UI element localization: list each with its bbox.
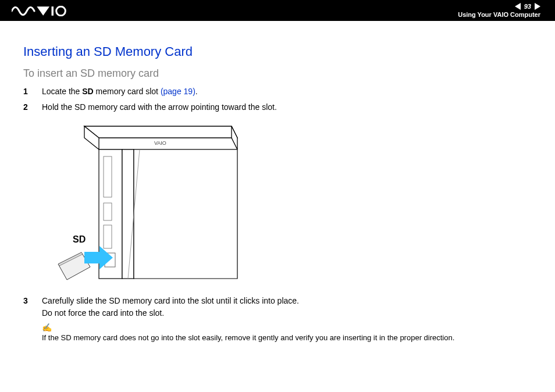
page-subtitle: To insert an SD memory card bbox=[23, 67, 532, 80]
page-number: 93 bbox=[523, 3, 532, 10]
section-title: Using Your VAIO Computer bbox=[458, 11, 540, 18]
vaio-logo bbox=[12, 5, 67, 16]
svg-rect-1 bbox=[52, 6, 54, 16]
step-number: 2 bbox=[23, 101, 31, 113]
svg-rect-11 bbox=[104, 156, 112, 197]
svg-point-2 bbox=[56, 6, 66, 16]
page-title: Inserting an SD Memory Card bbox=[23, 44, 532, 59]
step-text: Locate the SD memory card slot (page 19)… bbox=[42, 85, 198, 98]
page-nav: 93 bbox=[458, 3, 540, 10]
prev-page-arrow-icon[interactable] bbox=[515, 3, 521, 10]
svg-rect-17 bbox=[84, 252, 99, 263]
sd-card-illustration: VAIO SD bbox=[52, 122, 239, 284]
steps-list: 1 Locate the SD memory card slot (page 1… bbox=[23, 85, 532, 113]
page-ref-link[interactable]: (page 19) bbox=[161, 87, 195, 96]
page-content: Inserting an SD Memory Card To insert an… bbox=[0, 21, 555, 354]
svg-rect-12 bbox=[104, 203, 112, 220]
step-text: Hold the SD memory card with the arrow p… bbox=[42, 101, 277, 113]
svg-rect-13 bbox=[104, 225, 112, 248]
figure-sd-insert: VAIO SD bbox=[52, 122, 532, 284]
step-number: 3 bbox=[23, 295, 31, 319]
step-2: 2 Hold the SD memory card with the arrow… bbox=[23, 101, 532, 113]
note-icon: ✍ bbox=[42, 323, 532, 332]
next-page-arrow-icon[interactable] bbox=[535, 3, 540, 10]
note-text: If the SD memory card does not go into t… bbox=[42, 333, 532, 342]
svg-marker-3 bbox=[84, 126, 237, 138]
header-right: 93 Using Your VAIO Computer bbox=[458, 3, 540, 18]
svg-marker-0 bbox=[37, 6, 49, 16]
step-number: 1 bbox=[23, 85, 31, 98]
steps-list-continued: 3 Carefully slide the SD memory card int… bbox=[23, 295, 532, 319]
figure-sd-label: SD bbox=[73, 234, 86, 244]
svg-marker-9 bbox=[134, 149, 237, 279]
step-text: Carefully slide the SD memory card into … bbox=[42, 295, 299, 319]
svg-marker-5 bbox=[232, 126, 237, 149]
svg-rect-8 bbox=[122, 149, 134, 279]
header-bar: 93 Using Your VAIO Computer bbox=[0, 0, 555, 21]
step-1: 1 Locate the SD memory card slot (page 1… bbox=[23, 85, 532, 98]
vaio-logo-svg bbox=[12, 6, 67, 16]
note: ✍ If the SD memory card does not go into… bbox=[42, 323, 532, 342]
step-3: 3 Carefully slide the SD memory card int… bbox=[23, 295, 532, 319]
figure-logo-small: VAIO bbox=[154, 140, 166, 146]
